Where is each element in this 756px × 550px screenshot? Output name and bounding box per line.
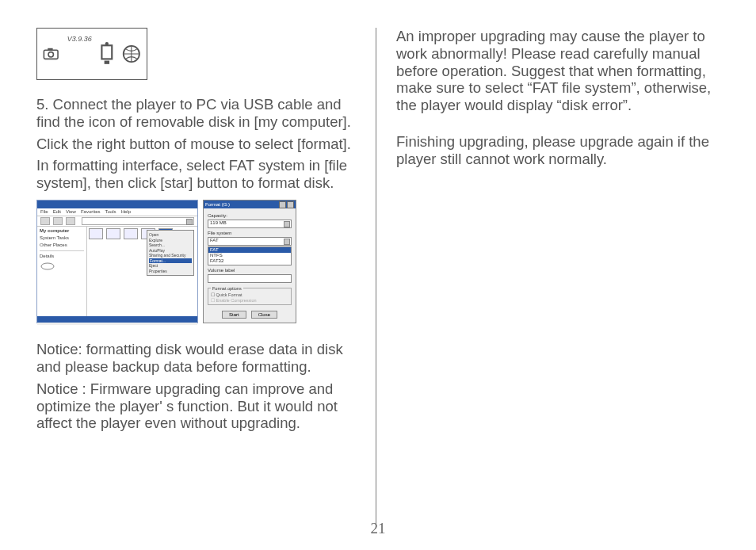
explorer-icon-area: Open Explore Search... AutoPlay Sharing … [87, 227, 197, 316]
filesystem-dropdown: FAT NTFS FAT32 [208, 246, 292, 265]
filesystem-select[interactable]: FAT [208, 237, 292, 246]
manual-page: V3.9.36 5. Connect the player to PC via … [0, 0, 756, 550]
instruction-step-5a: 5. Connect the player to PC via USB cabl… [36, 96, 353, 131]
explorer-titlebar [37, 201, 197, 208]
ctx-item[interactable]: Properties [149, 269, 192, 274]
explorer-toolbar [37, 216, 197, 227]
instruction-step-5c: In formatting interface, select FAT syst… [36, 157, 353, 192]
sidebar-item[interactable]: Details [40, 254, 84, 259]
filesystem-label: File system [208, 231, 292, 236]
filesystem-value: FAT [208, 238, 219, 243]
explorer-window: File Edit View Favorites Tools Help My c… [36, 200, 198, 323]
menu-item[interactable]: Help [121, 209, 131, 215]
context-menu: Open Explore Search... AutoPlay Sharing … [147, 230, 194, 276]
capacity-select[interactable]: 119 MB [208, 220, 292, 228]
svg-rect-4 [104, 61, 109, 64]
fs-option[interactable]: FAT32 [208, 258, 291, 264]
format-options-legend: Format options [211, 286, 243, 291]
menu-item[interactable]: File [40, 209, 48, 215]
svg-rect-2 [48, 48, 52, 51]
menu-item[interactable]: View [66, 209, 76, 215]
instruction-retry-upgrade: Finishing upgrading, please upgrade agai… [396, 133, 729, 168]
explorer-menubar: File Edit View Favorites Tools Help [37, 208, 197, 216]
right-column: An improper upgrading may cause the play… [396, 28, 729, 502]
capacity-label: Capacity: [208, 213, 292, 219]
globe-icon [121, 42, 142, 66]
notice-firmware: Notice : Firmware upgrading can improve … [36, 380, 353, 432]
close-button[interactable]: Close [251, 311, 277, 319]
instruction-step-5b: Click the right button of mouse to selec… [36, 136, 353, 153]
svg-point-7 [41, 263, 54, 269]
sidebar-item[interactable]: System Tasks [40, 235, 84, 241]
format-options-group: Format options ☐ Quick Format ☐ Enable C… [208, 286, 292, 305]
svg-point-5 [105, 42, 108, 45]
device-icon [97, 42, 117, 66]
address-bar[interactable] [82, 217, 194, 225]
help-button[interactable] [279, 201, 286, 208]
volume-label: Volume label [208, 268, 292, 273]
left-column: V3.9.36 5. Connect the player to PC via … [36, 28, 353, 502]
format-dialog: Format (G:) Capacity: 119 MB File system… [203, 200, 296, 323]
menu-item[interactable]: Edit [53, 209, 61, 215]
dialog-title: Format (G:) [205, 202, 230, 208]
volume-input[interactable] [208, 274, 292, 283]
menu-item[interactable]: Tools [105, 209, 116, 215]
figure-format-screenshots: File Edit View Favorites Tools Help My c… [36, 200, 353, 323]
fs-option[interactable]: FAT [208, 247, 291, 253]
ctx-item[interactable]: Sharing and Security [149, 253, 192, 258]
page-number: 21 [0, 520, 756, 537]
sidebar-item[interactable]: Other Places [40, 243, 84, 248]
fs-option[interactable]: NTFS [208, 253, 291, 258]
start-button[interactable]: Start [222, 311, 246, 319]
compression-checkbox: ☐ Enable Compression [211, 298, 288, 303]
drive-item[interactable] [124, 228, 138, 239]
menu-item[interactable]: Favorites [81, 209, 101, 215]
svg-rect-3 [101, 45, 112, 59]
forward-button[interactable] [53, 217, 63, 225]
back-button[interactable] [40, 217, 50, 225]
close-icon[interactable] [287, 201, 294, 208]
explorer-sidebar: My computer System Tasks Other Places De… [37, 227, 87, 316]
dialog-titlebar: Format (G:) [204, 201, 296, 208]
figure-version-label: V3.9.36 [67, 35, 92, 44]
figure-desktop-icons: V3.9.36 [36, 28, 147, 80]
taskbar [37, 316, 197, 323]
column-divider [376, 28, 376, 526]
drive-icon [40, 261, 55, 272]
drive-item[interactable] [89, 228, 103, 239]
warning-upgrade: An improper upgrading may cause the play… [396, 28, 729, 114]
up-button[interactable] [66, 217, 75, 225]
notice-format: Notice: formatting disk would erase data… [36, 341, 353, 376]
camera-icon [42, 42, 63, 66]
drive-item[interactable] [106, 228, 120, 239]
sidebar-title: My computer [40, 228, 84, 234]
capacity-value: 119 MB [208, 220, 227, 225]
svg-point-1 [48, 52, 53, 57]
